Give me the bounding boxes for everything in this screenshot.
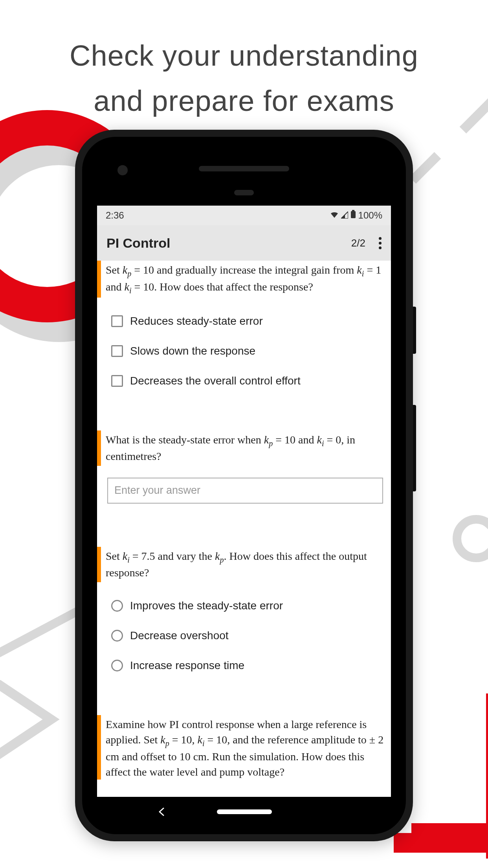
app-title: PI Control	[106, 235, 170, 251]
checkbox-icon[interactable]	[111, 375, 123, 387]
phone-screen: 2:36 100% PI Control	[97, 206, 391, 797]
bg-decor-ring	[453, 515, 488, 562]
phone-side-button	[413, 405, 416, 491]
phone-sensor	[234, 190, 254, 195]
checkbox-icon[interactable]	[111, 315, 123, 327]
question-block: Set kp = 10 and gradually increase the i…	[97, 261, 391, 387]
quiz-content[interactable]: Set kp = 10 and gradually increase the i…	[97, 261, 391, 797]
answer-input-wrapper[interactable]	[107, 478, 383, 504]
question-block: Examine how PI control response when a l…	[97, 715, 391, 780]
options-list: Improves the steady-state error Decrease…	[97, 600, 391, 672]
back-icon[interactable]	[158, 804, 166, 819]
question-block: What is the steady-state error when kp =…	[97, 430, 391, 504]
radio-option[interactable]: Decrease overshoot	[111, 629, 391, 642]
option-label: Improves the steady-state error	[130, 600, 283, 612]
bg-decor-arrow	[0, 680, 86, 768]
question-prompt: Set ki = 7.5 and vary the kp. How does t…	[97, 547, 391, 582]
svg-rect-1	[352, 210, 354, 211]
page-counter: 2/2	[351, 237, 365, 249]
checkbox-option[interactable]: Slows down the response	[111, 345, 391, 357]
options-list: Reduces steady-state error Slows down th…	[97, 315, 391, 387]
question-block: Set ki = 7.5 and vary the kp. How does t…	[97, 547, 391, 672]
answer-input[interactable]	[114, 484, 376, 497]
option-label: Reduces steady-state error	[130, 315, 263, 327]
home-pill[interactable]	[217, 809, 272, 814]
radio-icon[interactable]	[111, 600, 123, 612]
battery-percent: 100%	[358, 210, 382, 221]
option-label: Increase response time	[130, 659, 244, 672]
app-bar: PI Control 2/2	[97, 225, 391, 261]
radio-option[interactable]: Increase response time	[111, 659, 391, 672]
svg-rect-0	[351, 211, 356, 218]
checkbox-icon[interactable]	[111, 345, 123, 357]
more-icon[interactable]	[379, 237, 382, 249]
status-right: 100%	[330, 210, 382, 221]
marketing-heading: Check your understanding and prepare for…	[0, 33, 488, 123]
option-label: Decrease overshoot	[130, 629, 229, 642]
phone-frame: 2:36 100% PI Control	[75, 130, 413, 841]
checkbox-option[interactable]: Decreases the overall control effort	[111, 375, 391, 387]
question-prompt: Examine how PI control response when a l…	[97, 715, 391, 780]
battery-icon	[350, 210, 356, 221]
heading-line-2: and prepare for exams	[94, 85, 394, 117]
phone-bezel: 2:36 100% PI Control	[82, 137, 406, 834]
status-time: 2:36	[106, 210, 124, 221]
phone-camera	[117, 165, 128, 175]
radio-option[interactable]: Improves the steady-state error	[111, 600, 391, 612]
bg-decor-dash	[409, 152, 441, 184]
radio-icon[interactable]	[111, 630, 123, 642]
question-prompt: Set kp = 10 and gradually increase the i…	[97, 261, 391, 298]
signal-icon	[341, 210, 348, 221]
checkbox-option[interactable]: Reduces steady-state error	[111, 315, 391, 327]
option-label: Slows down the response	[130, 345, 255, 357]
status-bar: 2:36 100%	[97, 206, 391, 225]
android-nav-bar	[97, 801, 391, 822]
phone-side-button	[413, 307, 416, 354]
phone-speaker	[199, 166, 289, 171]
option-label: Decreases the overall control effort	[130, 375, 301, 387]
wifi-icon	[330, 210, 339, 221]
heading-line-1: Check your understanding	[70, 39, 418, 72]
question-prompt: What is the steady-state error when kp =…	[97, 430, 391, 466]
radio-icon[interactable]	[111, 660, 123, 671]
